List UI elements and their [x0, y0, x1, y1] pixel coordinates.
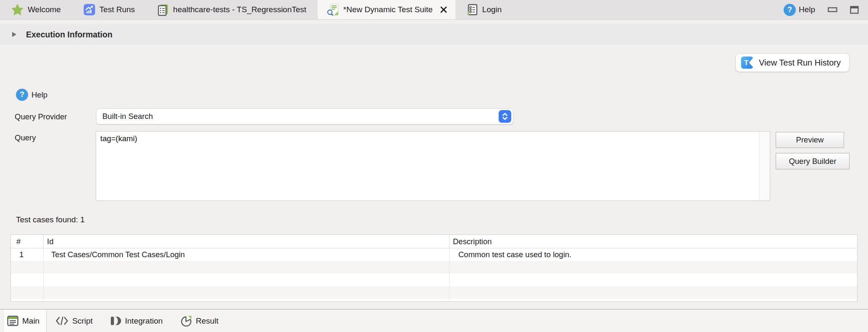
select-stepper-icon	[499, 110, 511, 123]
column-header-id[interactable]: Id	[44, 235, 450, 248]
help-icon: ?	[784, 4, 796, 16]
cell-number: 1	[11, 248, 44, 261]
query-field-container: tag=(kami)	[96, 131, 770, 201]
help-label: Help	[799, 5, 815, 14]
tab-healthcare-tests[interactable]: healthcare-tests - TS_RegressionTest	[146, 0, 318, 19]
tab-label: healthcare-tests - TS_RegressionTest	[173, 5, 306, 14]
view-test-run-history-button[interactable]: T View Test Run History	[735, 53, 850, 72]
tab-label: Result	[196, 316, 219, 326]
query-scrollbar[interactable]	[759, 132, 770, 200]
cell-id: Test Cases/Common Test Cases/Login	[44, 248, 450, 261]
help-button-top[interactable]: ? Help	[784, 4, 815, 16]
main-view-icon	[7, 316, 18, 326]
execution-information-title: Execution Information	[26, 30, 112, 40]
preview-button[interactable]: Preview	[776, 132, 844, 148]
query-provider-select[interactable]: Built-in Search	[96, 108, 513, 124]
cell-description: Common test case used to login.	[450, 248, 857, 261]
editor-tab-bar: Welcome Test Runs	[0, 0, 868, 20]
test-case-icon	[467, 4, 478, 16]
tab-new-dynamic-test-suite[interactable]: *New Dynamic Test Suite	[318, 0, 455, 19]
test-cases-found-summary: Test cases found: 1	[16, 215, 85, 224]
close-icon[interactable]	[439, 5, 448, 14]
chevron-right-icon	[12, 32, 16, 37]
query-builder-button[interactable]: Query Builder	[776, 153, 850, 169]
column-header-description[interactable]: Description	[450, 235, 857, 248]
testops-icon: T	[741, 56, 753, 69]
table-header-row: # Id Description	[11, 235, 857, 248]
query-input[interactable]: tag=(kami)	[96, 132, 759, 200]
execution-information-header[interactable]: Execution Information	[0, 24, 868, 45]
column-header-number[interactable]: #	[11, 235, 44, 248]
tab-label: Welcome	[28, 5, 61, 14]
view-test-run-history-label: View Test Run History	[759, 58, 841, 68]
tab-main[interactable]: Main	[3, 310, 47, 332]
svg-text:T: T	[744, 59, 749, 67]
help-link-label: Help	[31, 90, 47, 100]
empty-table-row	[11, 286, 857, 299]
preview-button-label: Preview	[796, 135, 824, 145]
maximize-icon[interactable]	[850, 6, 859, 14]
tab-label: Test Runs	[99, 5, 135, 14]
tab-login[interactable]: Login	[455, 0, 513, 19]
empty-table-row	[11, 261, 857, 274]
test-cases-table: # Id Description 1 Test Cases/Common Tes…	[10, 235, 858, 302]
empty-table-row	[11, 274, 857, 286]
tab-label: *New Dynamic Test Suite	[343, 5, 433, 14]
tab-welcome[interactable]: Welcome	[0, 0, 72, 19]
katalon-dynamic-test-suite-editor: Welcome Test Runs	[0, 0, 868, 332]
minimize-icon[interactable]	[828, 7, 837, 12]
tab-test-runs[interactable]: Test Runs	[72, 0, 146, 19]
test-runs-chart-icon	[84, 4, 95, 16]
query-label: Query	[15, 133, 36, 142]
help-icon: ?	[16, 89, 28, 101]
tab-label: Script	[72, 316, 93, 326]
table-row[interactable]: 1 Test Cases/Common Test Cases/Login Com…	[11, 248, 857, 261]
tab-label: Login	[482, 5, 502, 14]
star-icon	[11, 4, 24, 16]
query-provider-label: Query Provider	[15, 112, 67, 121]
tab-label: Integration	[125, 316, 163, 326]
script-icon	[55, 316, 68, 326]
dynamic-test-suite-icon	[327, 3, 339, 16]
empty-table-row	[11, 299, 857, 302]
tab-script[interactable]: Script	[47, 310, 102, 332]
tab-label: Main	[22, 316, 39, 326]
test-suite-icon	[157, 4, 169, 16]
window-controls-group: ? Help	[784, 0, 868, 19]
query-provider-value: Built-in Search	[102, 112, 153, 121]
result-icon	[180, 315, 192, 327]
view-tab-bar: Main Script Integration Result	[0, 310, 868, 332]
tab-integration[interactable]: Integration	[102, 310, 172, 332]
query-builder-button-label: Query Builder	[789, 157, 836, 166]
help-link[interactable]: ? Help	[16, 89, 47, 101]
integration-icon	[110, 316, 121, 326]
tab-result[interactable]: Result	[172, 310, 227, 332]
